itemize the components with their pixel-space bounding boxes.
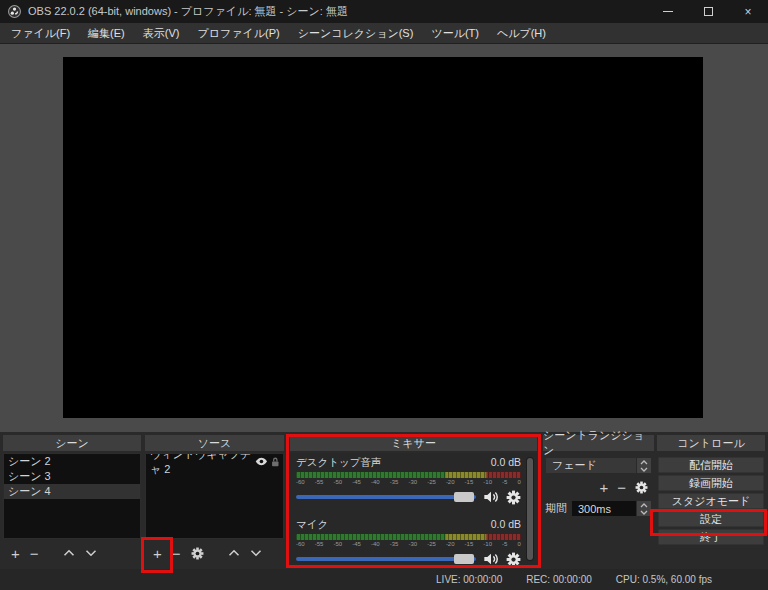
move-scene-down-button[interactable] [85,549,97,557]
remove-source-button[interactable]: − [172,546,181,561]
move-source-up-button[interactable] [228,549,240,557]
minimize-button[interactable] [648,0,688,23]
start-recording-button[interactable]: 録画開始 [658,475,764,491]
scenes-list: シーン 2 シーン 3 シーン 4 [3,453,141,539]
meter-scale: -60-55-50-45-40-35-30-25-20-15-10-50 [296,541,521,549]
sources-list: ウィンドウキャプチャ 2 [145,453,284,539]
obs-logo-icon [8,5,21,18]
controls-header: コントロール [657,435,765,451]
mixer-header: ミキサー [290,435,537,451]
program-canvas[interactable] [63,57,703,418]
volume-meter [296,472,521,478]
live-time: LIVE: 00:00:00 [436,574,502,585]
scenes-toolbar: + − [3,540,141,566]
cpu-fps: CPU: 0.5%, 60.00 fps [616,574,712,585]
controls-panel: コントロール 配信開始 録画開始 スタジオモード 設定 終了 [657,435,765,566]
source-properties-gear-icon[interactable] [191,547,204,560]
duration-label: 期間 [545,501,567,516]
maximize-icon [704,7,713,16]
status-bar: LIVE: 00:00:00 REC: 00:00:00 CPU: 0.5%, … [0,569,768,590]
mixer-channel-mic: マイク 0.0 dB -60-55-50-45-40-35-30-25-20-1… [296,518,521,567]
mixer-panel: ミキサー デスクトップ音声 0.0 dB -60-55-50-45-40-35-… [290,435,537,566]
preview-area [0,44,768,432]
volume-slider-handle[interactable] [454,492,474,502]
rec-time: REC: 00:00:00 [526,574,592,585]
transitions-header: シーントランジション [543,435,654,451]
speaker-icon[interactable] [483,490,499,504]
volume-slider[interactable] [296,552,476,566]
minimize-icon [663,11,673,12]
remove-scene-button[interactable]: − [30,546,39,561]
sources-panel: ソース ウィンドウキャプチャ 2 + − [145,435,284,566]
menu-help[interactable]: ヘルプ(H) [488,23,555,44]
transition-selected-value: フェード [546,458,636,473]
volume-slider-handle[interactable] [454,554,474,564]
spinner-down-icon [640,467,648,472]
add-source-button[interactable]: + [153,546,162,561]
transition-select-spinner[interactable] [636,458,651,473]
transition-select[interactable]: フェード [545,457,652,474]
close-icon: × [744,5,751,19]
visibility-eye-icon[interactable] [255,456,268,467]
spinner-up-icon [640,503,648,508]
menu-tools[interactable]: ツール(T) [422,23,488,44]
remove-transition-button[interactable]: − [617,480,626,495]
close-button[interactable]: × [728,0,768,23]
add-transition-button[interactable]: + [599,480,608,495]
settings-button[interactable]: 設定 [658,511,764,527]
volume-slider[interactable] [296,490,476,504]
lock-icon[interactable] [271,456,280,468]
channel-name: デスクトップ音声 [296,456,381,470]
title-bar: OBS 22.0.2 (64-bit, windows) - プロファイル: 無… [0,0,768,23]
scene-list-item[interactable]: シーン 3 [4,469,140,484]
mixer-channel-desktop-audio: デスクトップ音声 0.0 dB -60-55-50-45-40-35-30-25… [296,456,521,505]
obs-window: OBS 22.0.2 (64-bit, windows) - プロファイル: 無… [0,0,768,590]
scene-list-item-selected[interactable]: シーン 4 [4,484,140,499]
move-scene-up-button[interactable] [63,549,75,557]
transitions-panel: シーントランジション フェード + − 期間 300ms [543,435,654,566]
start-streaming-button[interactable]: 配信開始 [658,457,764,473]
studio-mode-button[interactable]: スタジオモード [658,493,764,509]
transitions-toolbar: + − [545,477,652,497]
speaker-icon[interactable] [483,552,499,566]
volume-meter [296,534,521,540]
maximize-button[interactable] [688,0,728,23]
menu-edit[interactable]: 編集(E) [79,23,134,44]
duration-value: 300ms [572,503,636,515]
transition-properties-gear-icon[interactable] [635,481,648,494]
meter-scale: -60-55-50-45-40-35-30-25-20-15-10-50 [296,479,521,487]
window-title: OBS 22.0.2 (64-bit, windows) - プロファイル: 無… [28,4,348,19]
menu-bar: ファイル(F) 編集(E) 表示(V) プロファイル(P) シーンコレクション(… [0,23,768,44]
window-controls: × [648,0,768,23]
channel-level: 0.0 dB [491,518,521,532]
scrollbar-thumb[interactable] [527,458,533,560]
duration-spinbox[interactable]: 300ms [571,500,652,517]
sources-header: ソース [145,435,284,451]
mixer-scrollbar[interactable] [526,457,534,561]
spinner-down-icon [640,510,648,515]
scenes-panel: シーン シーン 2 シーン 3 シーン 4 + − [3,435,141,566]
scenes-header: シーン [3,435,141,451]
channel-settings-gear-icon[interactable] [506,552,521,567]
menu-view[interactable]: 表示(V) [134,23,189,44]
spinner-up-icon [640,460,648,465]
channel-name: マイク [296,518,328,532]
menu-scene-collection[interactable]: シーンコレクション(S) [289,23,423,44]
move-source-down-button[interactable] [250,549,262,557]
menu-file[interactable]: ファイル(F) [2,23,79,44]
duration-spinner[interactable] [636,501,651,516]
menu-profile[interactable]: プロファイル(P) [188,23,288,44]
exit-button[interactable]: 終了 [658,529,764,545]
source-list-item[interactable]: ウィンドウキャプチャ 2 [146,454,283,469]
channel-level: 0.0 dB [491,456,521,470]
scene-list-item[interactable]: シーン 2 [4,454,140,469]
add-scene-button[interactable]: + [11,546,20,561]
channel-settings-gear-icon[interactable] [506,490,521,505]
sources-toolbar: + − [145,540,284,566]
